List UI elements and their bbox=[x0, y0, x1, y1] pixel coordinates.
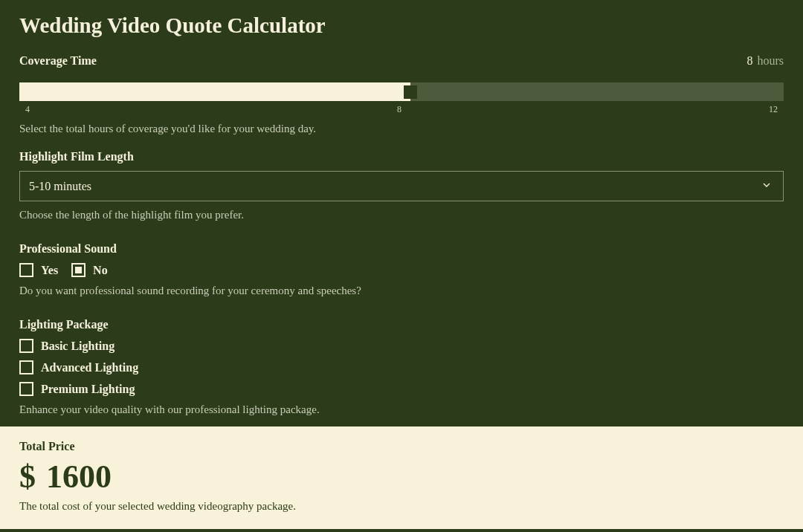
lighting-option-premium-label: Premium Lighting bbox=[41, 383, 135, 396]
lighting-package-helper: Enhance your video quality with our prof… bbox=[19, 403, 784, 416]
slider-fill bbox=[19, 82, 410, 101]
radio-icon bbox=[71, 263, 86, 277]
professional-sound-label: Professional Sound bbox=[19, 242, 784, 256]
total-price-amount: 1600 bbox=[46, 458, 112, 496]
lighting-option-basic[interactable]: Basic Lighting bbox=[19, 339, 784, 353]
sound-option-no-label: No bbox=[93, 264, 108, 277]
total-price-label: Total Price bbox=[19, 440, 784, 453]
professional-sound-field: Professional Sound Yes No Do you want pr… bbox=[19, 242, 784, 297]
checkbox-icon bbox=[19, 382, 33, 396]
sound-option-yes[interactable]: Yes bbox=[19, 263, 58, 277]
slider-thumb[interactable] bbox=[404, 85, 417, 99]
coverage-time-unit: hours bbox=[757, 54, 784, 67]
highlight-length-label: Highlight Film Length bbox=[19, 150, 784, 163]
page-title: Wedding Video Quote Calculator bbox=[19, 13, 784, 38]
checkbox-icon bbox=[19, 339, 33, 353]
highlight-length-select[interactable]: 5-10 minutes bbox=[19, 171, 784, 201]
coverage-time-number: 8 bbox=[746, 54, 752, 67]
coverage-time-helper: Select the total hours of coverage you'd… bbox=[19, 123, 784, 135]
slider-ticks: 4 8 12 bbox=[19, 104, 784, 115]
chevron-down-icon bbox=[761, 179, 773, 194]
slider-tick-max: 12 bbox=[769, 104, 778, 115]
slider-tick-min: 4 bbox=[25, 104, 30, 115]
checkbox-icon bbox=[19, 360, 33, 374]
lighting-package-field: Lighting Package Basic Lighting Advanced… bbox=[19, 318, 784, 416]
lighting-option-premium[interactable]: Premium Lighting bbox=[19, 382, 784, 396]
coverage-time-slider[interactable] bbox=[19, 82, 784, 101]
highlight-length-selected: 5-10 minutes bbox=[29, 180, 91, 193]
total-price-helper: The total cost of your selected wedding … bbox=[19, 500, 784, 513]
highlight-length-helper: Choose the length of the highlight film … bbox=[19, 209, 784, 221]
coverage-time-label: Coverage Time bbox=[19, 54, 97, 68]
total-price-value: $ 1600 bbox=[19, 458, 784, 496]
coverage-time-value: 8hours bbox=[746, 54, 784, 68]
radio-icon bbox=[19, 263, 33, 277]
lighting-option-advanced-label: Advanced Lighting bbox=[41, 361, 138, 374]
total-price-panel: Total Price $ 1600 The total cost of you… bbox=[0, 426, 803, 529]
slider-tick-mid: 8 bbox=[397, 104, 402, 115]
sound-option-yes-label: Yes bbox=[41, 264, 58, 277]
highlight-length-field: Highlight Film Length 5-10 minutes Choos… bbox=[19, 150, 784, 221]
lighting-option-advanced[interactable]: Advanced Lighting bbox=[19, 360, 784, 374]
professional-sound-helper: Do you want professional sound recording… bbox=[19, 285, 784, 297]
total-price-currency: $ bbox=[19, 458, 36, 496]
lighting-package-label: Lighting Package bbox=[19, 318, 784, 331]
lighting-option-basic-label: Basic Lighting bbox=[41, 340, 115, 353]
coverage-time-field: Coverage Time 8hours 4 8 12 Select the t… bbox=[19, 54, 784, 135]
sound-option-no[interactable]: No bbox=[71, 263, 108, 277]
